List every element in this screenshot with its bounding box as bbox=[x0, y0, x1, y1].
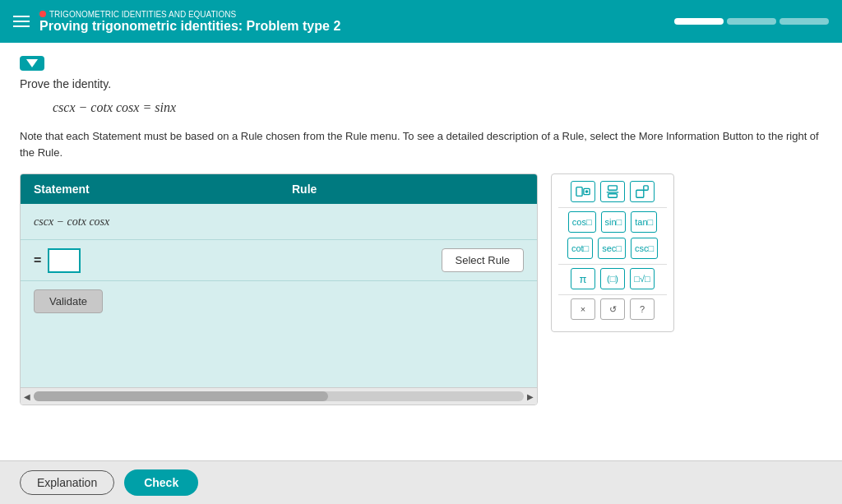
undo-key[interactable]: ↺ bbox=[600, 298, 625, 320]
progress-bar-3 bbox=[780, 18, 829, 25]
cos-key[interactable]: cos□ bbox=[568, 211, 596, 233]
svg-rect-4 bbox=[608, 186, 618, 190]
table-row: cscx − cotx cosx bbox=[21, 204, 537, 240]
svg-rect-6 bbox=[608, 194, 618, 198]
keyboard-divider-2 bbox=[558, 264, 667, 265]
header-subtitle-text: TRIGONOMETRIC IDENTITIES AND EQUATIONS bbox=[49, 10, 236, 19]
svg-rect-8 bbox=[644, 186, 648, 190]
parens-key[interactable]: (□) bbox=[600, 268, 625, 289]
math-keyboard: cos□ sin□ tan□ cot□ sec□ csc□ π (□) □√□ … bbox=[551, 173, 674, 332]
main-content: Prove the identity. cscx − cotx cosx = s… bbox=[0, 43, 842, 460]
footer: Explanation Check bbox=[0, 460, 842, 504]
header-progress bbox=[674, 18, 829, 25]
equation-display: cscx − cotx cosx = sinx bbox=[53, 100, 822, 115]
delete-key[interactable]: × bbox=[571, 298, 595, 320]
explanation-button[interactable]: Explanation bbox=[20, 470, 114, 495]
csc-key[interactable]: csc□ bbox=[631, 238, 658, 259]
keyboard-divider-1 bbox=[558, 207, 667, 208]
tan-key[interactable]: tan□ bbox=[631, 211, 657, 233]
keyboard-row-3: cot□ sec□ csc□ bbox=[558, 238, 667, 259]
svg-marker-0 bbox=[26, 59, 38, 67]
fraction-key[interactable] bbox=[600, 181, 625, 202]
sec-key[interactable]: sec□ bbox=[598, 238, 626, 259]
keyboard-row-4: π (□) □√□ bbox=[558, 268, 667, 289]
keyboard-row-5: × ↺ ? bbox=[558, 298, 667, 320]
scroll-thumb bbox=[34, 391, 328, 401]
chevron-dropdown-button[interactable] bbox=[20, 56, 44, 71]
scroll-left-arrow[interactable]: ◀ bbox=[24, 392, 30, 401]
status-dot bbox=[39, 11, 46, 17]
table-body: cscx − cotx cosx = Select Rule Validate bbox=[21, 204, 537, 387]
sin-key[interactable]: sin□ bbox=[601, 211, 627, 233]
row1-statement: cscx − cotx cosx bbox=[34, 215, 279, 229]
validate-row: Validate bbox=[21, 281, 537, 321]
check-button[interactable]: Check bbox=[124, 469, 198, 496]
keyboard-divider-3 bbox=[558, 294, 667, 295]
svg-point-2 bbox=[585, 190, 589, 193]
col-header-rule: Rule bbox=[279, 174, 537, 204]
cot-key[interactable]: cot□ bbox=[567, 238, 593, 259]
svg-rect-7 bbox=[636, 190, 644, 197]
input-row: = Select Rule bbox=[21, 240, 537, 281]
validate-button[interactable]: Validate bbox=[34, 289, 103, 313]
keyboard-row-1 bbox=[558, 181, 667, 202]
table-scrollbar[interactable]: ◀ ▶ bbox=[21, 387, 537, 405]
progress-bar-1 bbox=[674, 18, 724, 25]
scroll-track[interactable] bbox=[34, 391, 524, 401]
header-title-group: TRIGONOMETRIC IDENTITIES AND EQUATIONS P… bbox=[39, 10, 340, 34]
col-header-statement: Statement bbox=[21, 174, 279, 204]
prove-label: Prove the identity. bbox=[20, 77, 822, 90]
keyboard-row-2: cos□ sin□ tan□ bbox=[558, 211, 667, 233]
header-subtitle: TRIGONOMETRIC IDENTITIES AND EQUATIONS bbox=[39, 10, 340, 19]
sqrt-key[interactable]: □√□ bbox=[630, 268, 655, 289]
pi-key[interactable]: π bbox=[571, 268, 595, 289]
header: TRIGONOMETRIC IDENTITIES AND EQUATIONS P… bbox=[0, 0, 842, 43]
menu-button[interactable] bbox=[13, 16, 30, 27]
work-area: Statement Rule cscx − cotx cosx = Select… bbox=[20, 173, 822, 405]
statement-rule-table: Statement Rule cscx − cotx cosx = Select… bbox=[20, 173, 538, 405]
svg-rect-1 bbox=[576, 187, 582, 197]
header-main-title: Proving trigonometric identities: Proble… bbox=[39, 19, 340, 34]
superscript-key[interactable] bbox=[630, 181, 655, 202]
progress-bar-2 bbox=[727, 18, 776, 25]
empty-space bbox=[21, 321, 537, 387]
scroll-right-arrow[interactable]: ▶ bbox=[527, 392, 534, 401]
help-key[interactable]: ? bbox=[630, 298, 655, 320]
multiply-key[interactable] bbox=[571, 181, 595, 202]
equals-sign: = bbox=[34, 253, 41, 268]
expression-input-box[interactable] bbox=[48, 248, 81, 273]
input-row-rule: Select Rule bbox=[87, 248, 524, 272]
select-rule-button[interactable]: Select Rule bbox=[442, 248, 524, 272]
table-header: Statement Rule bbox=[21, 174, 537, 204]
note-text: Note that each Statement must be based o… bbox=[20, 128, 822, 160]
